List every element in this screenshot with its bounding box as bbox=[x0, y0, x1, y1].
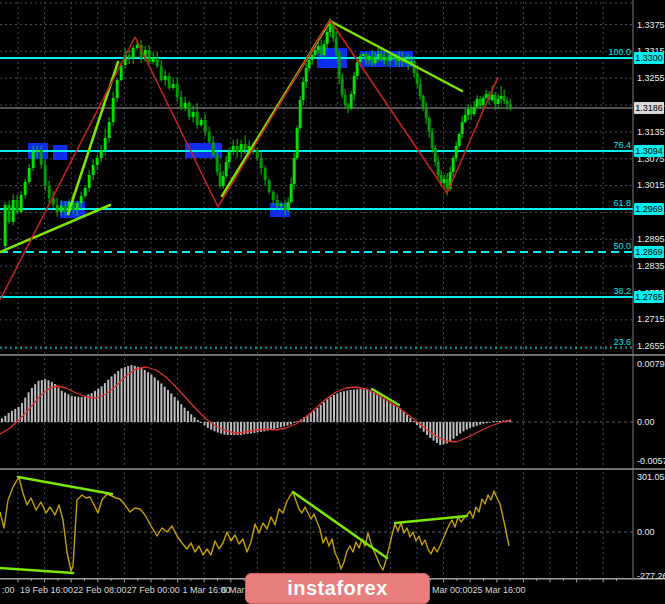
chart-canvas[interactable] bbox=[0, 0, 665, 604]
trading-chart-window: 1.33751.33151.32551.31951.31351.30751.30… bbox=[0, 0, 665, 604]
fibonacci-lines bbox=[0, 58, 633, 348]
macd-histogram bbox=[1, 365, 511, 445]
instaforex-logo: instaforex bbox=[245, 573, 430, 604]
instaforex-logo-text: instaforex bbox=[287, 577, 388, 600]
macd-trendline bbox=[372, 389, 399, 405]
cci-line bbox=[0, 478, 509, 571]
cci-trendlines bbox=[0, 477, 467, 573]
zigzag-line bbox=[0, 20, 498, 300]
